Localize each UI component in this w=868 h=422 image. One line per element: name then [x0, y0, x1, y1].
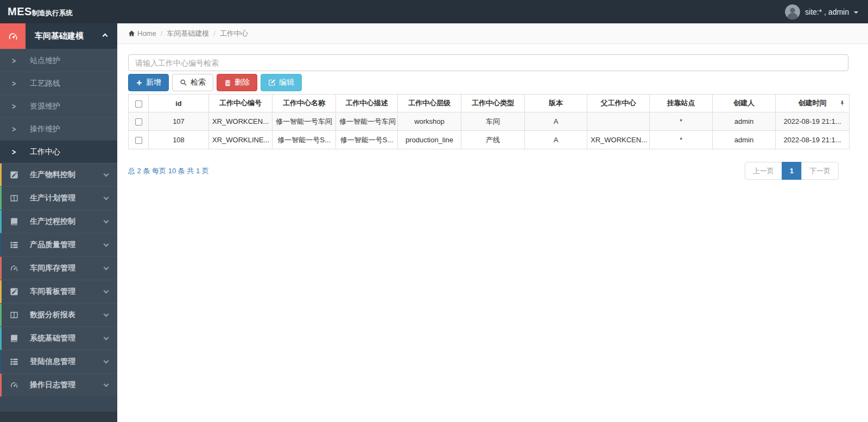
table-cell: 2022-08-19 21:1... [776, 131, 850, 149]
group-color-strip [0, 374, 2, 396]
breadcrumb-home[interactable]: Home [137, 29, 156, 37]
book-icon [10, 217, 19, 226]
edit-button[interactable]: 编辑 [261, 74, 302, 91]
trash-icon [224, 79, 231, 86]
pen-square-icon [10, 171, 19, 179]
group-color-strip [0, 210, 2, 233]
sidebar-subitem[interactable]: > 操作维护 [0, 117, 117, 140]
table-cell: XR_WORKCEN... [587, 131, 650, 149]
home-icon [128, 30, 135, 37]
sidebar-subitem[interactable]: > 工艺路线 [0, 72, 117, 95]
table-cell: 107 [149, 112, 209, 131]
main-area: Home / 车间基础建模 / 工作中心 新增 检索 删除 编辑 [117, 23, 868, 422]
toolbar: 新增 检索 删除 编辑 [128, 74, 848, 91]
group-color-strip [0, 257, 2, 280]
table-cell: 产线 [461, 131, 525, 149]
column-header: 工作中心名称 [273, 95, 336, 112]
table-cell: * [650, 112, 713, 131]
sidebar-group[interactable]: 数据分析报表 [0, 303, 117, 326]
search-button[interactable]: 检索 [172, 74, 213, 91]
group-color-strip [0, 187, 2, 210]
gauge-icon [10, 381, 19, 389]
sidebar-group-label: 车间基础建模 [35, 31, 84, 41]
avatar [785, 4, 800, 20]
brand-bold: MES [8, 5, 32, 18]
column-header: 版本 [525, 95, 587, 112]
row-select-cell [129, 112, 149, 131]
sidebar-subitem[interactable]: > 站点维护 [0, 49, 117, 72]
pagination-pages: 上一页 1 下一页 [745, 162, 839, 180]
sidebar-group[interactable]: 生产物料控制 [0, 163, 117, 186]
app-logo[interactable]: MES制造执行系统 [0, 5, 73, 18]
th-list-icon [10, 357, 19, 366]
sidebar-group[interactable]: 生产计划管理 [0, 186, 117, 210]
delete-button[interactable]: 删除 [217, 74, 257, 91]
add-button[interactable]: 新增 [128, 74, 169, 91]
breadcrumb-separator: / [213, 29, 216, 37]
chevron-down-icon [104, 265, 109, 270]
table-cell: admin [713, 112, 776, 131]
search-icon [180, 79, 187, 86]
table-cell: 修一智能一号S... [336, 131, 398, 149]
content: 新增 检索 删除 编辑 id工作中心编号工作中心名称工作中心描述工作中心层级工作… [117, 44, 868, 180]
group-color-strip [0, 163, 2, 186]
table-cell: 修一智能一号车间 [336, 112, 398, 131]
sidebar-group[interactable]: 登陆信息管理 [0, 350, 117, 373]
table-cell: A [525, 131, 587, 149]
prev-page-button[interactable]: 上一页 [745, 162, 782, 180]
column-header: id [149, 95, 209, 112]
workcenter-table: id工作中心编号工作中心名称工作中心描述工作中心层级工作中心类型版本父工作中心挂… [128, 94, 850, 149]
column-header: 父工作中心 [587, 95, 650, 112]
sidebar-subitem[interactable]: > 资源维护 [0, 95, 117, 117]
table-cell: admin [713, 131, 776, 149]
th-list-icon [10, 241, 19, 249]
sidebar-subitem-active[interactable]: > 工作中心 [0, 140, 117, 163]
chevron-right-icon: > [12, 79, 16, 89]
table-cell: production_line [398, 131, 461, 149]
row-checkbox[interactable] [135, 137, 142, 144]
column-header: 工作中心类型 [461, 95, 525, 112]
column-header: 工作中心编号 [209, 95, 273, 112]
table-cell: 修一智能一号车间 [273, 112, 336, 131]
breadcrumb-item[interactable]: 车间基础建模 [167, 29, 209, 39]
table-cell [587, 112, 650, 131]
sidebar-group[interactable]: 系统基础管理 [0, 326, 117, 350]
sidebar-group[interactable]: 车间库存管理 [0, 256, 117, 280]
chevron-right-icon: > [12, 102, 16, 111]
table-cell: workshop [398, 112, 461, 131]
next-page-button[interactable]: 下一页 [801, 162, 839, 180]
row-checkbox[interactable] [135, 118, 142, 125]
sidebar-group[interactable]: 产品质量管理 [0, 233, 117, 256]
chevron-right-icon: > [12, 56, 16, 66]
pin-icon[interactable] [839, 100, 845, 106]
chevron-right-icon: > [12, 147, 16, 157]
chevron-down-icon [104, 172, 109, 177]
page-1-button[interactable]: 1 [782, 162, 802, 180]
table-cell: XR_WORKLINE... [209, 131, 273, 149]
column-header: 工作中心层级 [398, 95, 461, 112]
search-input[interactable] [128, 54, 848, 71]
user-label: site:* , admin [805, 8, 849, 16]
group-color-strip [0, 234, 2, 256]
table-cell: 2022-08-19 21:1... [776, 112, 850, 131]
chevron-down-icon [104, 288, 109, 294]
sidebar-group[interactable]: 车间看板管理 [0, 280, 117, 303]
user-menu[interactable]: site:* , admin [785, 4, 858, 20]
group-color-strip [0, 327, 2, 350]
select-all-checkbox[interactable] [135, 100, 142, 108]
chevron-down-icon [104, 382, 109, 387]
row-select-cell [129, 131, 149, 149]
sidebar-group-workshop-modeling[interactable]: 车间基础建模 [0, 23, 117, 49]
chevron-right-icon: > [12, 124, 16, 134]
chevron-down-icon [104, 358, 109, 364]
table-cell: 修一智能一号S... [273, 131, 336, 149]
column-header: 工作中心描述 [336, 95, 398, 112]
sidebar-groups: 生产物料控制 生产计划管理 生产过程控制 产品质量管理 车间库存管理 车间看板管… [0, 163, 117, 396]
sidebar-group[interactable]: 生产过程控制 [0, 210, 117, 233]
chevron-down-icon [104, 335, 109, 341]
edit-icon [268, 79, 276, 86]
group-color-strip [0, 280, 2, 303]
columns-icon [10, 194, 19, 203]
table-header-row: id工作中心编号工作中心名称工作中心描述工作中心层级工作中心类型版本父工作中心挂… [129, 95, 850, 112]
sidebar-group[interactable]: 操作日志管理 [0, 373, 117, 396]
